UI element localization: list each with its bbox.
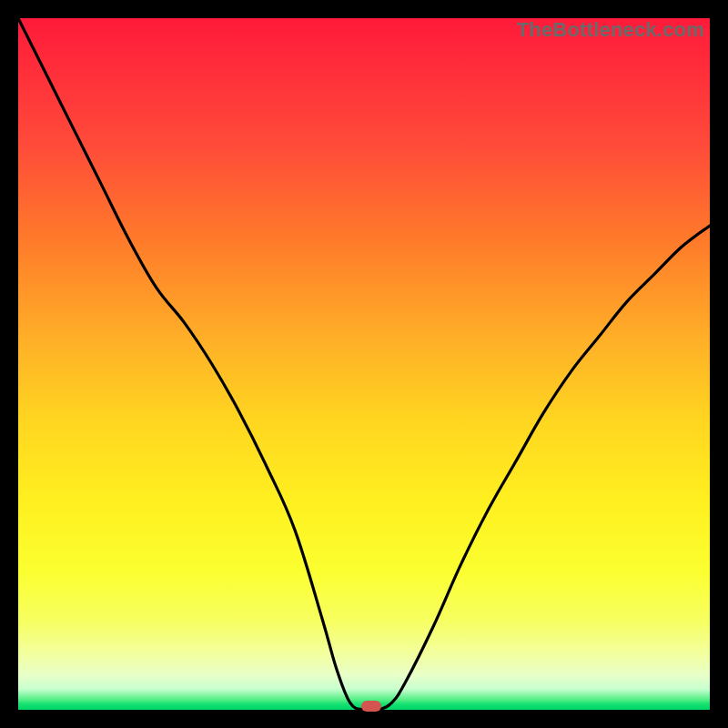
- stage: TheBottleneck.com: [0, 0, 728, 728]
- bottleneck-curve: [18, 18, 710, 710]
- plot-area: TheBottleneck.com: [18, 18, 710, 710]
- optimal-point-marker: [361, 701, 381, 712]
